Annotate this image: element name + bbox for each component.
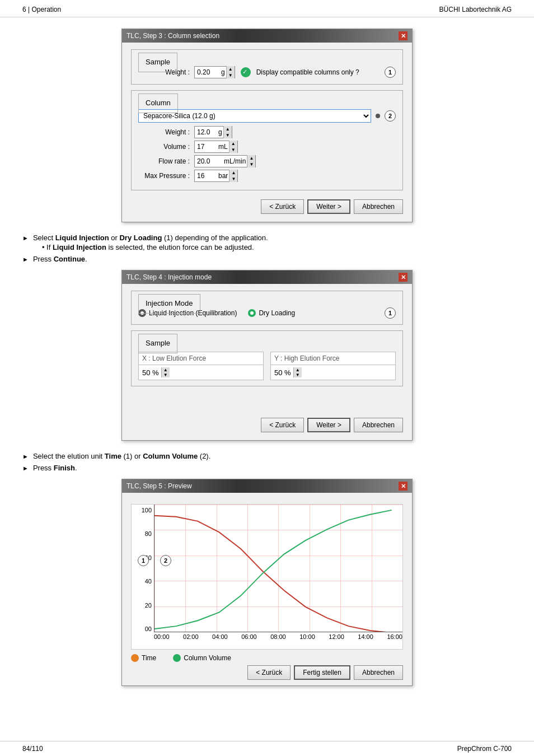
footer-left: 84/110: [22, 745, 43, 753]
x-1000: 10:00: [299, 633, 315, 640]
col-volume-spin-up[interactable]: ▲: [229, 141, 237, 147]
column-dot: [376, 114, 380, 118]
footer-right: PrepChrom C-700: [457, 745, 512, 753]
dialog2-back-button[interactable]: < Zurück: [261, 418, 304, 432]
col-flowrate-input[interactable]: [195, 156, 223, 167]
instruction-item-2: ► Press Continue.: [22, 255, 512, 263]
col-flowrate-spin-buttons[interactable]: ▲ ▼: [247, 155, 255, 167]
legend-time: Time: [131, 654, 156, 662]
col-flowrate-spin-down[interactable]: ▼: [247, 161, 255, 167]
dialog3-button-row: < Zurück Fertig stellen Abbrechen: [131, 662, 403, 681]
dialog3-cancel-button[interactable]: Abbrechen: [354, 665, 403, 680]
col-flowrate-unit: mL/min: [223, 157, 247, 165]
col-weight-unit: g: [217, 128, 223, 136]
col-weight-spin-up[interactable]: ▲: [224, 126, 232, 132]
display-compatible-check-icon: [241, 67, 251, 77]
high-spin-down[interactable]: ▼: [294, 372, 302, 377]
injection-mode-legend: Injection Mode: [138, 294, 200, 314]
chart-legend: Time Column Volume: [131, 654, 403, 662]
col-volume-spin-buttons[interactable]: ▲ ▼: [229, 141, 237, 153]
legend-cv-label: Column Volume: [184, 654, 231, 662]
dialog2-badge1: 1: [385, 307, 396, 319]
instruction-text-3: Select the elution unit Time (1) or Colu…: [33, 452, 210, 460]
x-0000: 00:00: [154, 633, 170, 640]
weight-unit: g: [220, 68, 226, 76]
high-elution-val-text: 50 %: [274, 368, 291, 377]
dialog1-close-button[interactable]: ✕: [399, 31, 407, 40]
sample-group-2-legend: Sample: [138, 334, 177, 353]
high-elution-spin-buttons[interactable]: ▲ ▼: [293, 367, 302, 377]
low-elution-value: 50 % ▲ ▼: [139, 365, 263, 380]
col-flowrate-spin-up[interactable]: ▲: [247, 155, 255, 161]
col-maxpressure-input[interactable]: [195, 170, 217, 181]
instruction-item-1: ► Select Liquid Injection or Dry Loading…: [22, 234, 512, 251]
weight-spin-up[interactable]: ▲: [227, 66, 235, 72]
high-spin-up[interactable]: ▲: [294, 367, 302, 372]
dialog2-cancel-button[interactable]: Abbrechen: [354, 418, 403, 432]
instruction-text-2: Press Continue.: [33, 255, 87, 263]
col-volume-input[interactable]: [195, 141, 217, 152]
col-weight-label: Weight :: [138, 128, 194, 136]
col-weight-spinbox[interactable]: g ▲ ▼: [194, 126, 232, 138]
legend-cv: Column Volume: [173, 654, 231, 662]
col-maxpressure-spinbox[interactable]: bar ▲ ▼: [194, 170, 238, 182]
dialog1-back-button[interactable]: < Zurück: [261, 199, 304, 214]
dialog1-titlebar: TLC, Step 3 : Column selection ✕: [122, 29, 412, 43]
dialog3-back-button[interactable]: < Zurück: [247, 665, 291, 680]
col-weight-spin-down[interactable]: ▼: [224, 132, 232, 138]
dialog2-next-button[interactable]: Weiter >: [307, 418, 350, 432]
weight-input[interactable]: [195, 67, 220, 78]
legend-cv-icon: [173, 654, 181, 662]
display-compatible-label: Display compatible columns only ?: [256, 68, 359, 76]
col-maxpressure-spin-down[interactable]: ▼: [229, 176, 237, 182]
radio-dry-loading[interactable]: Dry Loading: [248, 309, 295, 317]
instruction-item-3: ► Select the elution unit Time (1) or Co…: [22, 452, 512, 460]
high-elution-col: Y : High Elution Force 50 % ▲ ▼: [270, 352, 396, 380]
dialog-column-selection: TLC, Step 3 : Column selection ✕ Sample …: [121, 29, 413, 222]
weight-spinbox[interactable]: g ▲ ▼: [194, 66, 235, 78]
col-volume-label: Volume :: [138, 143, 194, 151]
instruction-item-4: ► Press Finish.: [22, 464, 512, 472]
low-elution-spin-buttons[interactable]: ▲ ▼: [161, 367, 170, 377]
column-group-legend: Column: [138, 94, 178, 113]
radio-dry-icon: [248, 309, 256, 317]
weight-spin-buttons[interactable]: ▲ ▼: [226, 66, 235, 78]
dialog3-finish-button[interactable]: Fertig stellen: [294, 665, 350, 680]
col-weight-input[interactable]: [195, 127, 217, 138]
chart-y-axis: 100 80 60 40 20 00: [132, 505, 154, 632]
chart-inner: 1 2: [154, 505, 402, 632]
col-flowrate-spinbox[interactable]: mL/min ▲ ▼: [194, 155, 256, 167]
chart-badge-2: 2: [160, 555, 171, 566]
low-spin-down[interactable]: ▼: [162, 372, 170, 377]
dialog2-close-button[interactable]: ✕: [399, 273, 407, 282]
dialog2-button-row: < Zurück Weiter > Abbrechen: [131, 414, 403, 433]
col-maxpressure-spin-buttons[interactable]: ▲ ▼: [229, 170, 237, 182]
instruction-text-4: Press Finish.: [33, 464, 77, 472]
arrow-bullet-4: ►: [22, 465, 29, 472]
col-volume-spinbox[interactable]: mL ▲ ▼: [194, 141, 238, 153]
chart-badge-1: 1: [138, 555, 149, 566]
weight-spin-down[interactable]: ▼: [227, 72, 235, 78]
dialog1-next-button[interactable]: Weiter >: [307, 199, 350, 214]
col-weight-spin-buttons[interactable]: ▲ ▼: [223, 126, 232, 138]
low-elution-header: X : Low Elution Force: [139, 352, 263, 365]
low-spin-up[interactable]: ▲: [162, 367, 170, 372]
dialog3-titlebar: TLC, Step 5 : Preview ✕: [122, 479, 412, 493]
x-0200: 02:00: [183, 633, 199, 640]
x-0600: 06:00: [241, 633, 257, 640]
dialog1-badge2: 2: [385, 110, 396, 122]
dialog3-close-button[interactable]: ✕: [399, 482, 407, 491]
col-flowrate-label: Flow rate :: [138, 157, 194, 165]
header-right: BÜCHI Labortechnik AG: [439, 6, 512, 13]
elution-row: X : Low Elution Force 50 % ▲ ▼: [138, 352, 396, 380]
x-0800: 08:00: [270, 633, 286, 640]
dialog1-badge1: 1: [385, 67, 396, 78]
y-00: 00: [145, 626, 152, 632]
col-volume-spin-down[interactable]: ▼: [229, 147, 237, 153]
low-elution-col: X : Low Elution Force 50 % ▲ ▼: [138, 352, 264, 380]
dialog1-cancel-button[interactable]: Abbrechen: [354, 199, 403, 214]
col-maxpressure-spin-up[interactable]: ▲: [229, 170, 237, 176]
page-header: 6 | Operation BÜCHI Labortechnik AG: [0, 0, 534, 17]
y-80: 80: [145, 530, 152, 537]
low-elution-val-text: 50 %: [142, 368, 159, 377]
